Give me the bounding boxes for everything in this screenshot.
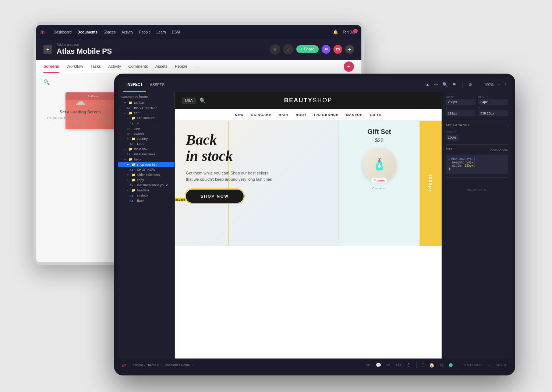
layer-copy[interactable]: ▼ 📁 copy xyxy=(118,177,174,183)
properties-panel: WIDTH 235px HEIGHT 54px X 112px Y xyxy=(442,92,512,359)
nav-spaces[interactable]: Spaces xyxy=(103,30,116,34)
layer-back[interactable]: Aa Back xyxy=(118,198,174,203)
nav-fragrance[interactable]: FRAGRANCE xyxy=(314,113,339,117)
pencil-icon[interactable]: ✏ xyxy=(434,82,438,87)
x-label: X xyxy=(446,107,475,110)
nav-learn[interactable]: Learn xyxy=(156,30,166,34)
nav-gifts[interactable]: GIFTS xyxy=(370,113,382,117)
layer-usa[interactable]: Aa USA xyxy=(118,141,174,146)
nav-dashboard[interactable]: Dashboard xyxy=(54,30,72,34)
add-collaborator-button[interactable]: + xyxy=(345,45,354,54)
width-field: WIDTH 235px xyxy=(446,96,475,105)
hero-section: Back in stock Get them while you can! Sh… xyxy=(175,121,442,246)
project-title: Atlas Mobile PS xyxy=(57,47,270,56)
layer-cart-4[interactable]: Aa 4 xyxy=(118,121,174,126)
breadcrumb-cosmetics[interactable]: Cosmetics Home xyxy=(164,363,190,367)
breadcrumb-engine[interactable]: Engine - Theme 2 xyxy=(133,363,159,367)
comment-icon[interactable]: 💬 xyxy=(376,363,381,368)
flag-icon[interactable]: ⚑ xyxy=(452,82,456,87)
project-subnav: Screens Workflow Tasks Activity Comments… xyxy=(36,60,361,73)
width-value: 235px xyxy=(446,99,475,105)
hero-headline: Back in stock xyxy=(186,132,328,164)
layer-search[interactable]: ▭ search xyxy=(118,131,174,136)
nav-skincare[interactable]: SKINCARE xyxy=(251,113,271,117)
eye-icon[interactable]: 👁 xyxy=(366,363,371,368)
subnav-people[interactable]: People xyxy=(175,60,187,73)
measure-y-label: 338.28px xyxy=(175,198,186,201)
layer-copy-text[interactable]: Aa Get them while you c xyxy=(118,183,174,188)
invision-navbar: in Dashboard Documents Spaces Activity P… xyxy=(36,25,361,39)
search-icon-header[interactable]: 🔍 xyxy=(199,98,206,103)
share-button[interactable]: ↑ Share xyxy=(296,45,319,53)
nav-documents[interactable]: Documents xyxy=(77,30,97,34)
css-label: CSS xyxy=(446,148,453,151)
shop-now-button-wrapper: SHOP NOW xyxy=(186,190,244,203)
minus-zoom[interactable]: — xyxy=(477,83,480,86)
help-icon[interactable]: ? xyxy=(504,83,506,87)
design-canvas: USA 🔍 BEAUTYSHOP NEW SKINCARE HAIR BODY … xyxy=(175,92,442,359)
subnav-assets[interactable]: Assets xyxy=(155,60,167,73)
tab-inspect[interactable]: INSPECT xyxy=(123,77,146,92)
settings-icon[interactable]: ⚙ xyxy=(440,363,444,368)
search-icon[interactable]: 🔍 xyxy=(43,79,50,85)
nav-hair[interactable]: HAIR xyxy=(279,113,288,117)
layer-in-stock[interactable]: Aa in stock xyxy=(118,193,174,198)
notification-bell-icon[interactable]: 🔔 xyxy=(333,30,338,35)
subnav-activity[interactable]: Activity xyxy=(108,60,121,73)
no-assets-label: NO ASSETS xyxy=(446,181,508,199)
layer-shop-now-text[interactable]: Aa SHOP NOW xyxy=(118,167,174,172)
invision-logo: in xyxy=(40,29,45,35)
nav-people[interactable]: People xyxy=(139,30,151,34)
layer-cart-amount[interactable]: ▼ 📁 cart amount xyxy=(118,116,174,121)
layer-country[interactable]: ▼ 📁 country xyxy=(118,136,174,141)
gear-icon[interactable]: ⚙ xyxy=(468,82,472,87)
appearance-section: APPEARANCE › OPACITY 100% xyxy=(446,123,508,141)
home-icon[interactable]: 🏠 xyxy=(429,363,435,368)
add-button[interactable]: + xyxy=(43,45,52,54)
shop-now-button[interactable]: SHOP NOW xyxy=(186,190,244,203)
pointer-icon[interactable]: ▲ xyxy=(425,82,430,87)
copy-code-button[interactable]: COPY CODE xyxy=(490,149,508,152)
avatar-jv: JV xyxy=(322,45,330,54)
nav-dsm[interactable]: DSM xyxy=(172,30,180,34)
message-icon[interactable]: ✉ xyxy=(386,363,390,368)
layer-top-bar[interactable]: ▼ 📁 top bar xyxy=(118,100,174,105)
subnav-more[interactable]: ··· xyxy=(195,64,199,70)
layer-shop-now-btn[interactable]: ▼ 📁 shop now btn xyxy=(118,162,174,167)
subnav-screens[interactable]: Screens xyxy=(43,60,59,73)
layer-headline[interactable]: ▼ 📁 headline xyxy=(118,188,174,193)
layer-user[interactable]: ▭ user xyxy=(118,126,174,131)
search-icon[interactable]: 🔍 xyxy=(442,82,448,87)
layer-main-nav-links[interactable]: Aa main nav links xyxy=(118,152,174,157)
tab-assets[interactable]: ASSETS xyxy=(146,77,168,92)
share-button-bottom[interactable]: SHARE xyxy=(496,363,507,367)
code-icon[interactable]: </> xyxy=(395,363,401,368)
subnav-workflow[interactable]: Workflow xyxy=(67,60,83,73)
subnav-tasks[interactable]: Tasks xyxy=(91,60,101,73)
y-value: 538.28px xyxy=(478,110,508,116)
close-button-back[interactable] xyxy=(353,29,358,33)
layer-slider-indicators[interactable]: ▼ 📁 slider indicators xyxy=(118,172,174,177)
nav-body[interactable]: BODY xyxy=(296,113,307,117)
layer-cart[interactable]: ▼ 📁 cart xyxy=(118,110,174,116)
loading-screen-section: ☁ Set a Loading Screen The screen that d… xyxy=(43,95,117,125)
subnav-comments[interactable]: Comments xyxy=(128,60,148,73)
hero-subtext: Get them while you can! Shop our best se… xyxy=(186,170,274,182)
add-screen-button[interactable]: + xyxy=(344,61,354,72)
country-selector[interactable]: USA xyxy=(182,98,196,104)
team-icon-button[interactable]: ⊞ xyxy=(270,44,280,54)
freehand-button[interactable]: FREEHAND xyxy=(463,363,482,367)
appearance-expand[interactable]: › xyxy=(507,124,508,128)
layer-beautyshop[interactable]: Aa BEAUTYSHOP xyxy=(118,105,174,110)
nav-activity[interactable]: Activity xyxy=(121,30,133,34)
clock-icon[interactable]: ⏱ xyxy=(407,363,411,368)
loading-screen-icon: ☁ xyxy=(43,95,117,107)
layer-hero[interactable]: ▼ 📁 hero xyxy=(118,157,174,162)
plus-zoom[interactable]: + xyxy=(498,83,500,86)
link-icon-button[interactable]: ⊿ xyxy=(283,44,293,54)
share-icon[interactable]: ⤴ xyxy=(422,363,424,368)
nav-new[interactable]: NEW xyxy=(235,113,244,117)
layers-panel: Cosmetics home ▼ 📁 top bar Aa BEAUTYSHOP… xyxy=(118,92,175,359)
layer-main-nav[interactable]: ▼ 📁 main nav xyxy=(118,146,174,152)
nav-makeup[interactable]: MAKEUP xyxy=(346,113,362,117)
